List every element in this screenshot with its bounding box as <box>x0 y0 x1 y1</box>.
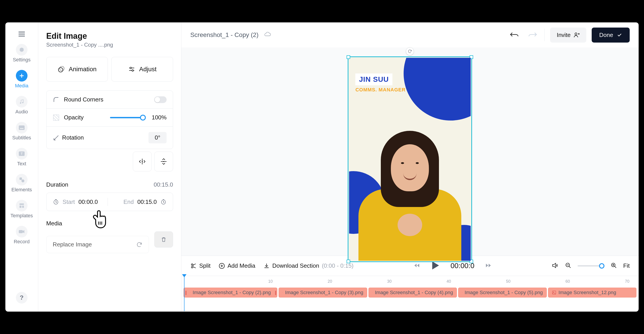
flip-horizontal-button[interactable] <box>133 152 152 171</box>
sidebar-item-text[interactable]: T Text <box>15 146 28 169</box>
sidebar-item-record[interactable]: Record <box>13 224 30 246</box>
duration-label: Duration <box>46 181 68 188</box>
replace-image-button[interactable]: Replace Image <box>46 236 149 253</box>
timeline-ruler[interactable]: 10 20 30 40 50 60 70 <box>181 276 639 285</box>
cloud-sync-icon[interactable] <box>264 32 271 38</box>
timeline-clip[interactable]: Image Screenshot_1 - Copy (4).png <box>368 288 457 297</box>
timeline-clip[interactable]: Image Screenshot_1 - Copy (5).png <box>458 288 546 297</box>
opacity-slider[interactable] <box>110 117 144 118</box>
image-icon <box>282 290 283 295</box>
sidebar-item-templates[interactable]: Templates <box>10 198 34 220</box>
selected-image[interactable]: JIN SUU COMMS. MANAGER <box>348 56 472 262</box>
hamburger-menu-button[interactable] <box>17 30 26 39</box>
start-value[interactable]: 00:00.0 <box>78 199 98 205</box>
svg-point-15 <box>132 70 134 71</box>
sidebar-item-elements[interactable]: Elements <box>10 172 33 195</box>
ruler-mark: 30 <box>387 279 392 284</box>
sidebar-item-subtitles[interactable]: Subtitles <box>12 120 32 142</box>
panel-subtitle: Screenshot_1 - Copy ....png <box>46 42 173 48</box>
panel-title: Edit Image <box>46 31 173 41</box>
zoom-slider[interactable] <box>578 265 604 266</box>
svg-point-14 <box>130 67 132 69</box>
adjust-icon <box>128 65 136 73</box>
canvas-name-badge: JIN SUU <box>355 73 392 85</box>
scissors-icon <box>190 263 196 269</box>
end-value[interactable]: 00:15.0 <box>137 199 157 205</box>
add-media-button[interactable]: Add Media <box>219 262 255 269</box>
timeline[interactable]: 10 20 30 40 50 60 70 Image Screenshot_1 … <box>181 276 639 312</box>
invite-button[interactable]: Invite <box>550 28 586 43</box>
text-icon: T <box>16 148 28 159</box>
flip-vertical-button[interactable] <box>154 152 173 171</box>
shapes-icon <box>16 174 28 186</box>
svg-rect-9 <box>20 206 22 208</box>
svg-point-12 <box>58 68 63 72</box>
svg-point-0 <box>20 102 21 104</box>
redo-button[interactable] <box>526 30 539 40</box>
zoom-slider-thumb[interactable] <box>599 263 604 269</box>
rotation-value[interactable]: 0° <box>148 132 166 143</box>
round-corners-icon <box>53 96 60 103</box>
skip-back-button[interactable] <box>414 263 420 269</box>
split-button[interactable]: Split <box>190 262 211 269</box>
sidebar-item-media[interactable]: Media <box>14 68 29 90</box>
sidebar-item-settings[interactable]: Settings <box>12 42 32 65</box>
timeline-clip[interactable]: Image Screenshot_1 - Copy (3).png <box>278 288 367 297</box>
sidebar-item-label: Audio <box>16 109 28 115</box>
clip-label: Image Screenshot_1 - Copy (3).png <box>285 290 363 295</box>
timeline-clip[interactable]: Image Screenshot_12.png <box>548 288 636 297</box>
refresh-icon <box>136 241 142 248</box>
check-icon <box>617 32 622 38</box>
media-section-label: Media <box>46 220 62 227</box>
templates-icon <box>16 200 28 212</box>
clip-label: Image Screenshot_1 - Copy (2).png <box>193 290 271 295</box>
ruler-mark: 10 <box>268 279 272 284</box>
svg-point-21 <box>575 33 577 35</box>
canvas-content: JIN SUU COMMS. MANAGER <box>349 58 471 261</box>
skip-forward-button[interactable] <box>485 263 492 269</box>
sidebar-item-label: Record <box>14 239 30 245</box>
project-name[interactable]: Screenshot_1 - Copy (2) <box>190 31 258 39</box>
rotate-handle[interactable] <box>406 47 414 55</box>
split-label: Split <box>199 262 211 269</box>
sidebar-item-audio[interactable]: Audio <box>14 94 29 116</box>
canvas[interactable]: JIN SUU COMMS. MANAGER <box>181 48 639 256</box>
svg-point-7 <box>22 180 24 182</box>
svg-point-18 <box>163 161 164 162</box>
svg-point-13 <box>60 66 64 71</box>
download-section-button[interactable]: Download Section (0:00 - 0:15) <box>264 262 354 269</box>
ruler-mark: 40 <box>446 279 451 284</box>
adjust-tab[interactable]: Adjust <box>111 57 173 82</box>
clip-label: Image Screenshot_1 - Copy (5).png <box>465 290 543 295</box>
subtitles-icon <box>16 122 28 133</box>
volume-button[interactable] <box>552 262 559 269</box>
opacity-slider-thumb[interactable] <box>140 115 146 120</box>
timeline-track[interactable]: Image Screenshot_1 - Copy (2).pngImage S… <box>181 285 639 297</box>
zoom-out-button[interactable] <box>565 262 571 269</box>
clip-label: Image Screenshot_12.png <box>558 290 616 295</box>
tab-label: Animation <box>69 66 96 73</box>
delete-button[interactable] <box>154 231 173 248</box>
start-label: Start <box>62 199 75 205</box>
animation-tab[interactable]: Animation <box>46 57 108 82</box>
zoom-in-button[interactable] <box>611 262 617 269</box>
svg-rect-11 <box>19 230 23 233</box>
round-corners-toggle[interactable] <box>154 96 166 103</box>
fit-button[interactable]: Fit <box>623 262 630 269</box>
timeline-clip[interactable]: Image Screenshot_1 - Copy (2).png <box>184 288 277 297</box>
sidebar-item-label: Settings <box>13 57 31 63</box>
undo-button[interactable] <box>508 30 520 40</box>
help-button[interactable]: ? <box>16 292 28 303</box>
round-corners-label: Round Corners <box>64 96 103 103</box>
ruler-mark: 60 <box>566 279 570 284</box>
sidebar-item-label: Subtitles <box>12 135 31 141</box>
opacity-icon <box>53 114 60 121</box>
sidebar-item-label: Templates <box>10 213 33 219</box>
opacity-label: Opacity <box>64 114 102 121</box>
camera-icon <box>16 226 28 237</box>
animation-icon <box>58 65 65 73</box>
playhead[interactable] <box>184 275 184 311</box>
end-label: End <box>124 199 134 205</box>
rotation-label: Rotation <box>62 134 100 141</box>
done-button[interactable]: Done <box>592 28 630 43</box>
